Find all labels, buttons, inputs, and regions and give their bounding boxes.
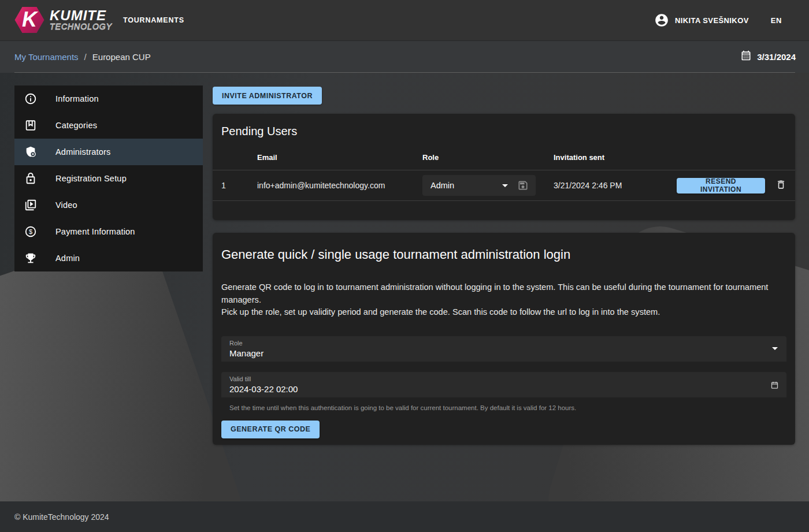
trash-icon xyxy=(775,179,786,192)
valid-till-field[interactable]: Valid till 2024-03-22 02:00 xyxy=(221,372,786,397)
qr-section-description: Generate QR code to log in to tournament… xyxy=(221,281,786,319)
breadcrumb-link-my-tournaments[interactable]: My Tournaments xyxy=(14,52,79,62)
sidebar-item-label: Admin xyxy=(55,254,80,263)
brand-text: KUMITE TECHNOLOGY xyxy=(50,9,112,31)
user-name: NIKITA SVEŠNIKOV xyxy=(675,16,749,25)
sidebar-item-information[interactable]: Information xyxy=(14,85,203,112)
pending-users-title: Pending Users xyxy=(213,114,795,138)
role-field-label: Role xyxy=(229,340,778,347)
breadcrumb-bar: My Tournaments / European CUP 3/31/2024 xyxy=(0,40,809,73)
column-header-email: Email xyxy=(257,153,422,162)
column-header-role: Role xyxy=(422,153,554,162)
sidebar-item-video[interactable]: Video xyxy=(14,192,203,218)
role-field[interactable]: Role Manager xyxy=(221,336,786,362)
row-actions: RESEND INVITATION xyxy=(677,178,786,194)
main-content: INVITE ADMINISTRATOR Pending Users Email… xyxy=(213,87,795,445)
lock-icon xyxy=(24,172,38,185)
top-navbar: K KUMITE TECHNOLOGY TOURNAMENTS NIKITA S… xyxy=(0,0,809,40)
pending-users-card: Pending Users Email Role Invitation sent… xyxy=(213,114,795,220)
language-selector[interactable]: EN xyxy=(771,16,782,25)
sidebar-item-label: Video xyxy=(55,200,77,210)
user-menu[interactable]: NIKITA SVEŠNIKOV xyxy=(654,13,749,28)
sidebar-item-label: Registration Setup xyxy=(55,174,127,183)
sidebar-item-label: Administrators xyxy=(55,147,110,157)
description-line-2: Pick up the role, set up validity period… xyxy=(221,306,786,319)
navbar-right: NIKITA SVEŠNIKOV EN xyxy=(654,0,782,40)
role-field-value: Manager xyxy=(229,348,778,358)
date-picker-icon[interactable] xyxy=(770,381,779,392)
account-circle-icon xyxy=(654,13,669,28)
categories-icon xyxy=(24,118,38,132)
payment-dollar-icon: $ xyxy=(24,225,38,239)
row-index: 1 xyxy=(221,181,257,190)
info-icon xyxy=(24,92,38,106)
brand-name: KUMITE xyxy=(50,9,112,23)
brand-subtitle: TECHNOLOGY xyxy=(50,23,112,31)
calendar-icon xyxy=(740,50,752,64)
sidebar-item-registration-setup[interactable]: Registration Setup xyxy=(14,165,203,192)
sidebar-item-label: Categories xyxy=(55,121,97,130)
page-footer: © KumiteTechnology 2024 xyxy=(0,501,809,532)
admin-shield-icon xyxy=(24,145,38,159)
column-header-invitation-sent: Invitation sent xyxy=(554,153,677,162)
tournament-date[interactable]: 3/31/2024 xyxy=(740,40,796,73)
brand-logo[interactable]: K KUMITE TECHNOLOGY xyxy=(14,6,112,34)
row-role-cell: Admin xyxy=(422,175,554,196)
qr-section-title: Generate quick / single usage tournament… xyxy=(221,241,786,262)
breadcrumb: My Tournaments / European CUP xyxy=(14,40,151,73)
chevron-down-icon xyxy=(772,347,778,350)
valid-till-helper-text: Set the time until when this authenticat… xyxy=(229,404,786,411)
valid-till-label: Valid till xyxy=(229,375,778,382)
date-value: 3/31/2024 xyxy=(757,52,796,62)
tournament-sidebar: Information Categories Administrators Re… xyxy=(14,85,203,271)
description-line-1: Generate QR code to log in to tournament… xyxy=(221,281,786,306)
page-body: Information Categories Administrators Re… xyxy=(0,73,809,532)
pending-users-table-header: Email Role Invitation sent xyxy=(213,144,795,170)
generate-qr-code-button[interactable]: GENERATE QR CODE xyxy=(221,421,320,438)
chevron-down-icon xyxy=(502,184,508,187)
kumite-hexagon-logo-icon: K xyxy=(14,6,44,34)
row-email: info+admin@kumitetechnology.com xyxy=(257,181,422,190)
breadcrumb-separator: / xyxy=(84,52,87,62)
sidebar-item-label: Information xyxy=(55,94,99,103)
sidebar-item-categories[interactable]: Categories xyxy=(14,112,203,139)
qr-login-card: Generate quick / single usage tournament… xyxy=(213,233,795,445)
video-library-icon xyxy=(24,198,38,212)
role-select[interactable]: Admin xyxy=(422,175,536,196)
row-invitation-sent: 3/21/2024 2:46 PM xyxy=(554,181,677,190)
nav-item-tournaments[interactable]: TOURNAMENTS xyxy=(123,0,184,40)
sidebar-item-payment-information[interactable]: $ Payment Information xyxy=(14,218,203,245)
sidebar-item-admin[interactable]: Admin xyxy=(14,245,203,271)
app-window: K KUMITE TECHNOLOGY TOURNAMENTS NIKITA S… xyxy=(0,0,809,532)
save-role-button[interactable] xyxy=(517,180,529,191)
role-select-value: Admin xyxy=(431,181,502,190)
sidebar-item-label: Payment Information xyxy=(55,227,135,236)
sidebar-item-administrators[interactable]: Administrators xyxy=(14,139,203,165)
breadcrumb-current: European CUP xyxy=(92,52,151,62)
table-row: 1 info+admin@kumitetechnology.com Admin … xyxy=(213,170,795,201)
copyright-text: © KumiteTechnology 2024 xyxy=(14,512,109,522)
logo-letter: K xyxy=(22,9,37,30)
trophy-icon xyxy=(24,251,38,265)
resend-invitation-button[interactable]: RESEND INVITATION xyxy=(677,178,765,194)
svg-text:$: $ xyxy=(29,228,32,235)
valid-till-value: 2024-03-22 02:00 xyxy=(229,384,778,394)
delete-invitation-button[interactable] xyxy=(775,179,786,192)
invite-administrator-button[interactable]: INVITE ADMINISTRATOR xyxy=(213,87,322,105)
